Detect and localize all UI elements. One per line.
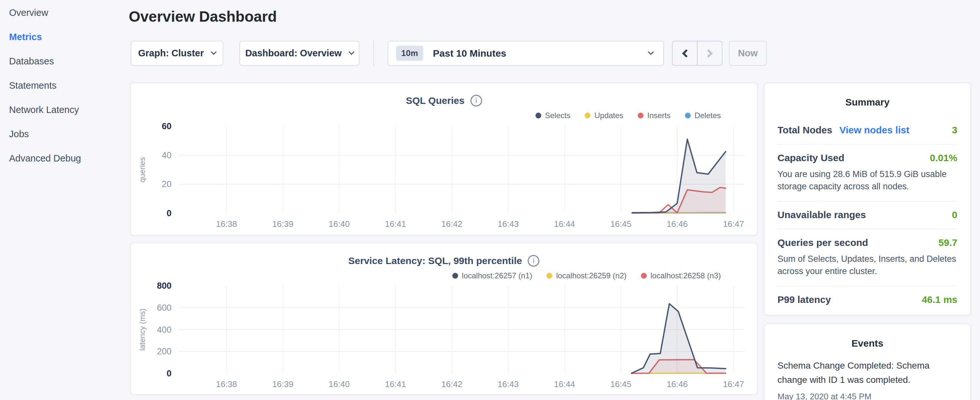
svg-text:16:46: 16:46 <box>667 379 688 389</box>
summary-title: Summary <box>765 83 970 108</box>
summary-row-value: 0 <box>952 209 957 220</box>
summary-row-value: 59.7 <box>939 237 957 248</box>
svg-text:latency (ms): latency (ms) <box>138 308 146 351</box>
dashboard-dropdown[interactable]: Dashboard: Overview <box>239 41 360 66</box>
dashboard-dropdown-label: Dashboard: Overview <box>245 48 342 59</box>
svg-text:16:41: 16:41 <box>385 379 406 389</box>
time-range-label: Past 10 Minutes <box>433 48 506 59</box>
summary-row-description: You are using 28.6 MiB of 515.9 GiB usab… <box>778 168 957 193</box>
svg-text:16:41: 16:41 <box>385 219 406 229</box>
event-text: Schema Change Completed: Schema change w… <box>778 359 957 387</box>
time-range-badge: 10m <box>396 46 423 61</box>
svg-text:16:45: 16:45 <box>610 219 631 229</box>
events-panel: Events Schema Change Completed: Schema c… <box>764 324 971 400</box>
chart-plot: 020040060080016:3816:3916:4016:4116:4216… <box>131 243 758 395</box>
chevron-down-icon <box>348 49 354 55</box>
time-range-dropdown[interactable]: 10m Past 10 Minutes <box>388 41 664 66</box>
time-next-button[interactable] <box>698 41 722 65</box>
controls-divider <box>373 41 374 66</box>
sidebar-item-overview[interactable]: Overview <box>0 1 129 25</box>
svg-text:16:46: 16:46 <box>667 219 688 229</box>
page-title: Overview Dashboard <box>129 8 277 25</box>
summary-row-label: Unavailable ranges <box>778 209 866 220</box>
svg-text:queries: queries <box>138 157 146 183</box>
summary-row-description: Sum of Selects, Updates, Inserts, and De… <box>778 253 957 277</box>
svg-text:16:44: 16:44 <box>554 219 575 229</box>
chevron-left-icon <box>682 49 690 57</box>
events-title: Events <box>765 324 970 349</box>
sidebar-item-jobs[interactable]: Jobs <box>0 122 129 146</box>
event-item: Schema Change Completed: Schema change w… <box>778 359 957 400</box>
summary-row: P99 latency46.1 ms <box>778 287 957 314</box>
summary-row: Queries per second59.7Sum of Selects, Up… <box>778 229 957 287</box>
sidebar-item-network-latency[interactable]: Network Latency <box>0 98 129 122</box>
svg-text:200: 200 <box>157 347 172 356</box>
event-timestamp: May 13, 2020 at 4:45 PM <box>778 392 957 400</box>
svg-text:20: 20 <box>162 179 172 189</box>
chevron-down-icon <box>211 49 216 55</box>
svg-text:40: 40 <box>162 150 172 160</box>
svg-text:800: 800 <box>157 281 172 291</box>
summary-row-label: Capacity Used <box>778 153 845 163</box>
summary-row-value: 0.01% <box>930 153 957 163</box>
svg-text:400: 400 <box>157 325 172 335</box>
svg-text:600: 600 <box>157 303 172 312</box>
chart-plot: 020406016:3816:3916:4016:4116:4216:4316:… <box>131 83 758 236</box>
events-list: Schema Change Completed: Schema change w… <box>765 349 970 400</box>
graph-dropdown[interactable]: Graph: Cluster <box>131 41 223 66</box>
chevron-right-icon <box>704 49 713 57</box>
chevron-down-icon <box>648 49 654 55</box>
svg-text:60: 60 <box>162 121 172 131</box>
summary-row-value: 46.1 ms <box>922 294 957 305</box>
svg-text:16:47: 16:47 <box>723 379 744 389</box>
svg-text:16:38: 16:38 <box>216 379 237 389</box>
view-nodes-list-link[interactable]: View nodes list <box>839 124 909 135</box>
sidebar: OverviewMetricsDatabasesStatementsNetwor… <box>0 0 129 400</box>
summary-row-label: Total Nodes <box>778 124 832 135</box>
svg-text:16:44: 16:44 <box>554 379 575 389</box>
svg-text:16:39: 16:39 <box>272 219 293 229</box>
summary-row-value: 3 <box>952 124 957 135</box>
sidebar-item-databases[interactable]: Databases <box>0 49 129 73</box>
svg-text:0: 0 <box>167 369 172 378</box>
summary-row-label: Queries per second <box>778 237 868 248</box>
graph-dropdown-label: Graph: Cluster <box>138 48 204 59</box>
svg-text:16:43: 16:43 <box>498 219 519 229</box>
svg-text:16:40: 16:40 <box>329 379 350 389</box>
svg-text:16:39: 16:39 <box>272 379 293 389</box>
now-button[interactable]: Now <box>729 41 767 66</box>
svg-text:16:42: 16:42 <box>441 379 462 389</box>
summary-row-label: P99 latency <box>778 294 831 305</box>
sidebar-item-metrics[interactable]: Metrics <box>0 25 129 49</box>
svg-text:16:45: 16:45 <box>610 379 631 389</box>
summary-row: Capacity Used0.01%You are using 28.6 MiB… <box>778 145 957 202</box>
summary-row: Total NodesView nodes list3 <box>778 117 957 145</box>
svg-text:16:47: 16:47 <box>723 219 744 229</box>
summary-row: Unavailable ranges0 <box>778 202 957 229</box>
svg-text:16:40: 16:40 <box>329 219 350 229</box>
svg-text:16:43: 16:43 <box>498 379 519 389</box>
service-latency-chart-card: Service Latency: SQL, 99th percentileilo… <box>130 243 758 395</box>
sidebar-item-statements[interactable]: Statements <box>0 73 129 98</box>
time-prev-button[interactable] <box>673 41 698 65</box>
time-pager <box>672 41 722 66</box>
sql-queries-chart-card: SQL QueriesiSelectsUpdatesInsertsDeletes… <box>130 83 758 236</box>
sidebar-item-advanced-debug[interactable]: Advanced Debug <box>0 146 129 171</box>
svg-text:0: 0 <box>167 209 172 218</box>
summary-rows: Total NodesView nodes list3Capacity Used… <box>765 108 970 314</box>
svg-text:16:42: 16:42 <box>441 219 462 229</box>
svg-text:16:38: 16:38 <box>216 219 237 229</box>
summary-panel: Summary Total NodesView nodes list3Capac… <box>764 83 971 316</box>
